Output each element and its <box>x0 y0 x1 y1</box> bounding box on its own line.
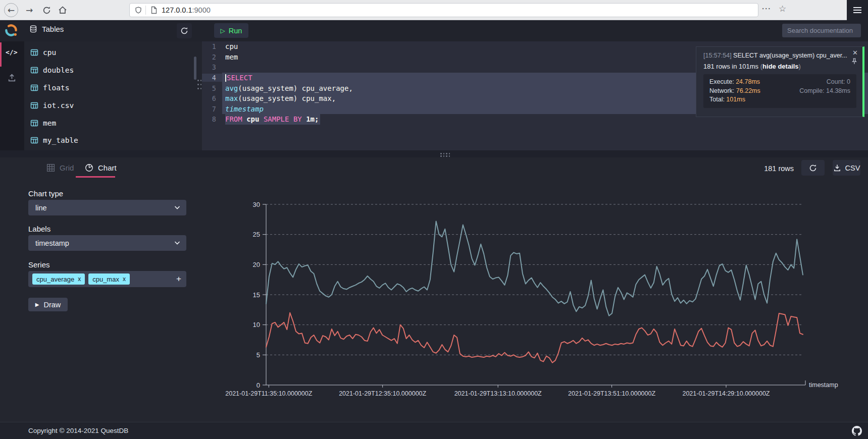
svg-text:2021-01-29T14:29:10.000000Z: 2021-01-29T14:29:10.000000Z <box>682 390 770 397</box>
reload-icon <box>42 6 51 15</box>
table-row[interactable]: floats <box>24 79 197 97</box>
back-arrow-icon: ← <box>8 5 15 15</box>
line-chart[interactable]: 0510152025302021-01-29T11:35:10.000000Z2… <box>222 192 866 409</box>
series-input[interactable]: cpu_averagexcpu_maxx + <box>28 271 186 287</box>
svg-text:5: 5 <box>257 351 260 359</box>
series-label: Series <box>28 260 50 269</box>
github-icon[interactable] <box>852 426 862 436</box>
network-label: Network: <box>709 87 736 94</box>
popup-summary: 181 rows in 101ms (hide details) <box>703 63 856 70</box>
page-icon <box>150 6 158 14</box>
chevron-down-icon <box>174 241 180 245</box>
table-icon <box>30 136 38 144</box>
svg-text:30: 30 <box>253 201 260 208</box>
download-icon <box>833 164 841 172</box>
count-line: Count: 0 <box>799 78 850 87</box>
browser-chrome: ← → 127.0.0.1:9000 ⋯ ☆ <box>0 0 868 20</box>
table-row[interactable]: my_table <box>24 132 197 149</box>
refresh-tables-button[interactable] <box>177 23 192 38</box>
download-csv-button[interactable]: CSV <box>833 160 860 176</box>
draw-button[interactable]: ▶ Draw <box>28 298 68 311</box>
refresh-results-button[interactable] <box>801 160 825 176</box>
shield-icon <box>135 7 142 14</box>
line-number: 8 <box>202 115 222 123</box>
close-icon[interactable]: ✕ <box>852 49 858 57</box>
splitter-strip <box>0 150 868 157</box>
horizontal-splitter-handle[interactable] <box>440 153 451 156</box>
table-icon <box>30 84 38 92</box>
table-icon <box>30 66 38 74</box>
table-name: cpu <box>43 48 56 57</box>
table-icon <box>30 101 38 109</box>
home-icon <box>58 6 67 15</box>
tables-title: Tables <box>42 25 64 33</box>
browser-menu-icon[interactable] <box>853 6 861 15</box>
table-row[interactable]: iot.csv <box>24 96 197 114</box>
line-number: 6 <box>202 94 222 102</box>
browser-home-button[interactable] <box>57 4 69 16</box>
run-play-icon: ▷ <box>221 27 225 34</box>
popup-rows-summary: 181 rows in 101ms <box>703 63 760 70</box>
browser-address-bar[interactable]: 127.0.0.1:9000 <box>129 3 758 17</box>
count-details: Count: 0 Compile: 14.38ms <box>799 78 850 104</box>
tables-list: cpu doubles floats iot.csv mem my_table <box>24 44 197 149</box>
forward-arrow-icon: → <box>26 5 33 15</box>
app-top-bar: Tables ▷ Run <box>0 20 868 41</box>
add-series-button[interactable]: + <box>176 274 181 284</box>
hide-details-link[interactable]: hide details <box>762 63 799 70</box>
browser-overflow-icon[interactable]: ⋯ <box>761 3 772 14</box>
text-cursor <box>225 74 226 82</box>
rows-count: 181 rows <box>764 164 794 173</box>
editor-resize-handle[interactable] <box>197 80 202 91</box>
chart-type-value: line <box>35 204 47 212</box>
search-documentation-input[interactable] <box>782 24 861 37</box>
browser-reload-button[interactable] <box>40 4 53 16</box>
tab-grid[interactable]: Grid <box>46 163 74 172</box>
table-row[interactable]: mem <box>24 114 197 132</box>
svg-text:2021-01-29T11:35:10.000000Z: 2021-01-29T11:35:10.000000Z <box>225 390 312 397</box>
labels-label: Labels <box>28 225 50 233</box>
timing-details: Execute: 24.78ms Network: 76.22ms Total:… <box>709 78 760 104</box>
line-number: 5 <box>202 84 222 92</box>
total-label: Total: <box>709 96 726 103</box>
url-text: 127.0.0.1 <box>162 6 192 14</box>
tables-panel: cpu doubles floats iot.csv mem my_table <box>24 41 197 150</box>
url-port-text: :9000 <box>192 6 210 14</box>
series-chip[interactable]: cpu_maxx <box>88 273 130 285</box>
browser-forward-button[interactable]: → <box>23 4 35 16</box>
import-upload-icon[interactable] <box>7 73 17 82</box>
chart-type-select[interactable]: line <box>28 200 186 215</box>
popup-details-panel: Execute: 24.78ms Network: 76.22ms Total:… <box>703 74 856 108</box>
series-chip[interactable]: cpu_averagex <box>32 273 85 285</box>
active-tab-underline <box>76 176 115 178</box>
popup-paren: ) <box>799 63 801 70</box>
refresh-icon <box>180 27 188 35</box>
url-divider <box>145 6 146 15</box>
chart-tab-label: Chart <box>98 163 117 172</box>
questdb-console: ← → 127.0.0.1:9000 ⋯ ☆ T <box>0 0 868 439</box>
tables-scrollbar[interactable] <box>194 57 196 80</box>
table-icon <box>30 48 38 57</box>
code-editor-icon[interactable]: </> <box>6 48 17 56</box>
grid-tab-label: Grid <box>60 163 74 172</box>
table-name: mem <box>43 119 56 127</box>
bookmark-star-icon[interactable]: ☆ <box>779 4 786 14</box>
table-row[interactable]: doubles <box>24 62 197 79</box>
series-chip-remove[interactable]: x <box>123 276 126 283</box>
line-number: 3 <box>202 63 222 71</box>
series-chips: cpu_averagexcpu_maxx <box>32 273 130 285</box>
run-query-button[interactable]: ▷ Run <box>214 23 248 38</box>
labels-select[interactable]: timestamp <box>28 235 186 251</box>
table-row[interactable]: cpu <box>24 44 197 62</box>
line-number: 1 <box>202 42 222 50</box>
copyright-text: Copyright © 2014-2021 QuestDB <box>28 427 128 434</box>
refresh-icon <box>809 164 817 172</box>
svg-text:timestamp: timestamp <box>809 381 838 389</box>
svg-text:10: 10 <box>253 321 260 328</box>
questdb-logo[interactable] <box>4 23 18 37</box>
pin-icon[interactable] <box>851 58 857 65</box>
database-icon <box>29 25 37 33</box>
series-chip-remove[interactable]: x <box>78 276 81 283</box>
browser-back-button[interactable]: ← <box>4 3 18 17</box>
tab-chart[interactable]: Chart <box>85 163 117 172</box>
